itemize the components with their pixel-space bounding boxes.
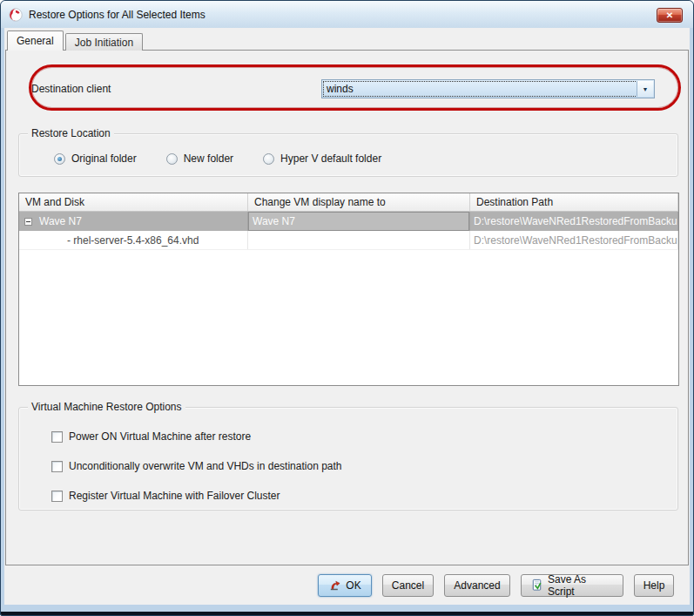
radio-unselected-icon	[166, 153, 178, 165]
tab-general[interactable]: General	[7, 30, 64, 51]
window-bottom-edge	[1, 612, 693, 615]
help-button-label: Help	[643, 579, 665, 592]
script-file-icon	[530, 579, 543, 592]
advanced-button[interactable]: Advanced	[444, 574, 510, 597]
chevron-down-icon: ▼	[643, 86, 649, 92]
ok-button[interactable]: OK	[318, 574, 372, 597]
save-as-script-button[interactable]: Save As Script	[521, 574, 623, 597]
checkbox-power-on[interactable]: Power ON Virtual Machine after restore	[51, 430, 677, 443]
checkbox-power-on-label: Power ON Virtual Machine after restore	[69, 430, 251, 443]
restore-options-dialog: Restore Options for All Selected Items ✕…	[0, 0, 694, 616]
destination-path-cell[interactable]: D:\restore\WaveNRed1RestoredFromBackupCo…	[470, 212, 678, 231]
advanced-button-label: Advanced	[454, 579, 500, 592]
radio-new-folder-label: New folder	[184, 152, 233, 165]
column-header-display-name[interactable]: Change VM display name to	[248, 193, 470, 211]
display-name-edit-cell[interactable]: Wave N7	[248, 212, 469, 231]
checkbox-unchecked-icon	[51, 491, 63, 502]
destination-client-dropdown[interactable]: winds ▼	[321, 79, 655, 98]
collapse-icon[interactable]	[24, 218, 32, 226]
checkbox-register-failover-label: Register Virtual Machine with Failover C…	[69, 490, 280, 502]
destination-path-cell[interactable]: D:\restore\WaveNRed1RestoredFromBackupCo…	[470, 231, 678, 249]
tab-job-initiation[interactable]: Job Initiation	[65, 33, 143, 51]
vm-restore-table: VM and Disk Change VM display name to De…	[18, 193, 679, 386]
table-header: VM and Disk Change VM display name to De…	[19, 193, 678, 212]
table-row-disk[interactable]: - rhel-server-5.4-x86_64.vhd D:\restore\…	[19, 231, 678, 250]
restore-location-title: Restore Location	[28, 127, 114, 139]
checkbox-overwrite[interactable]: Unconditionally overwrite VM and VHDs in…	[51, 460, 677, 472]
tab-strip: General Job Initiation	[7, 30, 145, 51]
checkbox-register-failover[interactable]: Register Virtual Machine with Failover C…	[51, 490, 677, 502]
dialog-content: General Job Initiation Destination clien…	[4, 28, 690, 605]
close-icon: ✕	[666, 10, 673, 20]
vm-restore-options-group: Virtual Machine Restore Options Power ON…	[18, 407, 678, 511]
cancel-button[interactable]: Cancel	[382, 574, 434, 597]
help-button[interactable]: Help	[634, 574, 674, 597]
checkbox-overwrite-label: Unconditionally overwrite VM and VHDs in…	[69, 460, 342, 472]
window-title: Restore Options for All Selected Items	[29, 9, 206, 21]
checkbox-unchecked-icon	[51, 431, 63, 443]
table-row-vm[interactable]: Wave N7 Wave N7 D:\restore\WaveNRed1Rest…	[19, 212, 678, 231]
close-button[interactable]: ✕	[657, 8, 683, 23]
checkbox-unchecked-icon	[51, 461, 63, 472]
destination-client-label: Destination client	[31, 83, 111, 95]
restore-location-group: Restore Location Original folder New fol…	[18, 133, 678, 177]
column-header-vm-and-disk[interactable]: VM and Disk	[19, 193, 248, 211]
radio-new-folder[interactable]: New folder	[166, 152, 233, 165]
tab-general-label: General	[17, 35, 54, 47]
destination-client-value: winds	[327, 83, 354, 95]
dropdown-arrow-button[interactable]: ▼	[637, 81, 653, 97]
title-bar: Restore Options for All Selected Items ✕	[1, 1, 693, 28]
vm-name: Wave N7	[39, 215, 82, 227]
restore-location-options: Original folder New folder Hyper V defau…	[54, 152, 677, 165]
vm-restore-options-checkboxes: Power ON Virtual Machine after restore U…	[51, 430, 677, 502]
radio-unselected-icon	[263, 153, 274, 165]
radio-hyperv-default-folder-label: Hyper V default folder	[280, 152, 381, 165]
save-as-script-button-label: Save As Script	[548, 573, 614, 598]
tab-job-initiation-label: Job Initiation	[75, 37, 133, 49]
cancel-button-label: Cancel	[392, 579, 424, 592]
radio-original-folder[interactable]: Original folder	[54, 152, 137, 165]
radio-hyperv-default-folder[interactable]: Hyper V default folder	[263, 152, 381, 165]
display-name-empty-cell[interactable]	[248, 231, 470, 249]
display-name-value: Wave N7	[253, 215, 295, 227]
ok-stamp-icon	[328, 579, 341, 592]
disk-name: - rhel-server-5.4-x86_64.vhd	[19, 231, 248, 249]
app-logo-icon	[9, 8, 23, 22]
general-tab-panel: Destination client winds ▼ Restore Locat…	[5, 50, 689, 565]
radio-original-folder-label: Original folder	[71, 152, 137, 165]
radio-selected-icon	[54, 153, 65, 165]
column-header-destination-path[interactable]: Destination Path	[470, 193, 678, 211]
vm-restore-options-title: Virtual Machine Restore Options	[28, 401, 185, 413]
dialog-button-row: OK Cancel Advanced Save As Script Help	[4, 565, 690, 605]
ok-button-label: OK	[346, 579, 360, 592]
